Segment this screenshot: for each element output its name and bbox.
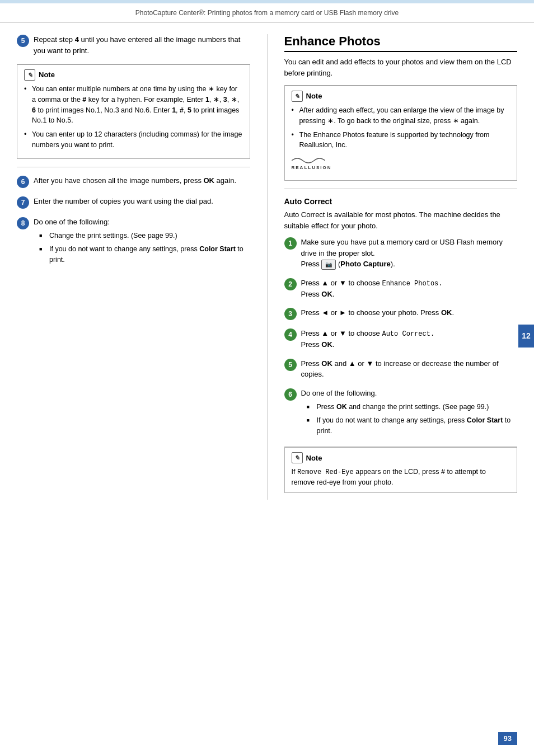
ac-step-2: 2 Press ▲ or ▼ to choose Enhance Photos.… xyxy=(284,278,518,300)
right-column: Enhance Photos You can edit and add effe… xyxy=(267,34,518,500)
ac-step-4-text: Press ▲ or ▼ to choose Auto Correct. Pre… xyxy=(301,328,435,350)
step-8: 8 Do one of the following: Change the pr… xyxy=(17,217,250,268)
note-icon-right-1: ✎ xyxy=(292,91,303,102)
step-5: 5 Repeat step 4 until you have entered a… xyxy=(17,34,250,56)
section-intro: You can edit and add effects to your pho… xyxy=(284,57,518,78)
note-item-1-1: You can enter multiple numbers at one ti… xyxy=(24,84,243,126)
divider-right-1 xyxy=(284,189,518,189)
step-5-text: Repeat step 4 until you have entered all… xyxy=(34,34,250,56)
reallusion-text: REALLUSION xyxy=(292,165,332,171)
note-right-item-1: After adding each effect, you can enlarg… xyxy=(292,105,510,126)
step-ref-4: 4 xyxy=(75,35,79,44)
page-number-area: 93 xyxy=(498,732,517,745)
note-icon-1: ✎ xyxy=(24,69,35,81)
note-right-item-2: The Enhance Photos feature is supported … xyxy=(292,130,510,151)
note-title-right-1: Note xyxy=(306,91,322,102)
auto-correct-title: Auto Correct xyxy=(284,197,518,206)
step-7-circle: 7 xyxy=(17,196,29,209)
main-content: 5 Repeat step 4 until you have entered a… xyxy=(0,23,534,511)
ac-step-1-circle: 1 xyxy=(284,237,297,250)
ac-step-3-text: Press ◄ or ► to choose your photo. Press… xyxy=(301,307,455,318)
photo-capture-button-icon: 📷 xyxy=(321,260,336,270)
step-6-circle: 6 xyxy=(17,176,29,188)
auto-correct-mono: Auto Correct. xyxy=(382,330,434,338)
note-list-1: You can enter multiple numbers at one ti… xyxy=(24,84,243,151)
auto-correct-intro: Auto Correct is available for most photo… xyxy=(284,209,518,231)
auto-correct-section: Auto Correct Auto Correct is available f… xyxy=(284,197,518,493)
note-title-1: Note xyxy=(39,69,55,81)
ac-step-1-text: Make sure you have put a memory card or … xyxy=(301,237,518,270)
ac-step-6-item-2: If you do not want to change any setting… xyxy=(307,415,518,436)
ac-step-6: 6 Do one of the following. Press OK and … xyxy=(284,388,518,439)
ac-step-1: 1 Make sure you have put a memory card o… xyxy=(284,237,518,270)
ac-step-3: 3 Press ◄ or ► to choose your photo. Pre… xyxy=(284,307,518,320)
ac-step-4: 4 Press ▲ or ▼ to choose Auto Correct. P… xyxy=(284,328,518,350)
note-box-right-2: ✎ Note If Remove Red-Eye appears on the … xyxy=(284,447,518,493)
step-8-text: Do one of the following: Change the prin… xyxy=(34,217,250,268)
step-8-item-1: Change the print settings. (See page 99.… xyxy=(39,231,250,241)
step-6-text: After you have chosen all the image numb… xyxy=(34,175,236,186)
enhance-photos-mono: Enhance Photos. xyxy=(382,280,442,288)
step-7-text: Enter the number of copies you want usin… xyxy=(34,196,213,207)
page-header: PhotoCapture Center®: Printing photos fr… xyxy=(0,3,534,23)
ac-step-2-circle: 2 xyxy=(284,278,297,290)
note-box-1: ✎ Note You can enter multiple numbers at… xyxy=(17,64,250,159)
note-text-right-2: If Remove Red-Eye appears on the LCD, pr… xyxy=(292,467,510,488)
header-text: PhotoCapture Center®: Printing photos fr… xyxy=(135,9,399,17)
reallusion-logo: REALLUSION xyxy=(292,155,510,171)
chapter-tab: 12 xyxy=(518,325,534,348)
note-header-right-1: ✎ Note xyxy=(292,91,510,102)
ac-step-6-list: Press OK and change the print settings. … xyxy=(307,402,518,436)
divider-1 xyxy=(17,167,250,167)
left-column: 5 Repeat step 4 until you have entered a… xyxy=(17,34,250,500)
step-8-item-2: If you do not want to change any setting… xyxy=(39,244,250,265)
ac-step-2-text: Press ▲ or ▼ to choose Enhance Photos. P… xyxy=(301,278,443,300)
step-7: 7 Enter the number of copies you want us… xyxy=(17,196,250,209)
step-5-circle: 5 xyxy=(17,35,29,47)
note-title-right-2: Note xyxy=(306,453,322,464)
note-item-1-2: You can enter up to 12 characters (inclu… xyxy=(24,129,243,151)
step-8-circle: 8 xyxy=(17,217,29,229)
ac-step-6-circle: 6 xyxy=(284,388,297,401)
ac-step-5-circle: 5 xyxy=(284,359,297,371)
note-header-right-2: ✎ Note xyxy=(292,452,510,463)
ac-step-3-circle: 3 xyxy=(284,308,297,320)
page-number: 93 xyxy=(498,732,517,745)
step-6: 6 After you have chosen all the image nu… xyxy=(17,175,250,188)
step-8-list: Change the print settings. (See page 99.… xyxy=(39,231,250,265)
section-title: Enhance Photos xyxy=(284,34,518,52)
ac-step-4-circle: 4 xyxy=(284,328,297,341)
note-box-right-1: ✎ Note After adding each effect, you can… xyxy=(284,85,518,181)
reallusion-wave-svg xyxy=(292,155,325,164)
ac-step-6-item-1: Press OK and change the print settings. … xyxy=(307,402,518,412)
note-header-1: ✎ Note xyxy=(24,69,243,81)
ac-step-5: 5 Press OK and ▲ or ▼ to increase or dec… xyxy=(284,358,518,380)
remove-red-eye-mono: Remove Red-Eye xyxy=(297,468,354,476)
ac-step-5-text: Press OK and ▲ or ▼ to increase or decre… xyxy=(301,358,518,380)
note-list-right-1: After adding each effect, you can enlarg… xyxy=(292,105,510,151)
ac-step-6-text: Do one of the following. Press OK and ch… xyxy=(301,388,518,439)
note-icon-right-2: ✎ xyxy=(292,452,303,463)
